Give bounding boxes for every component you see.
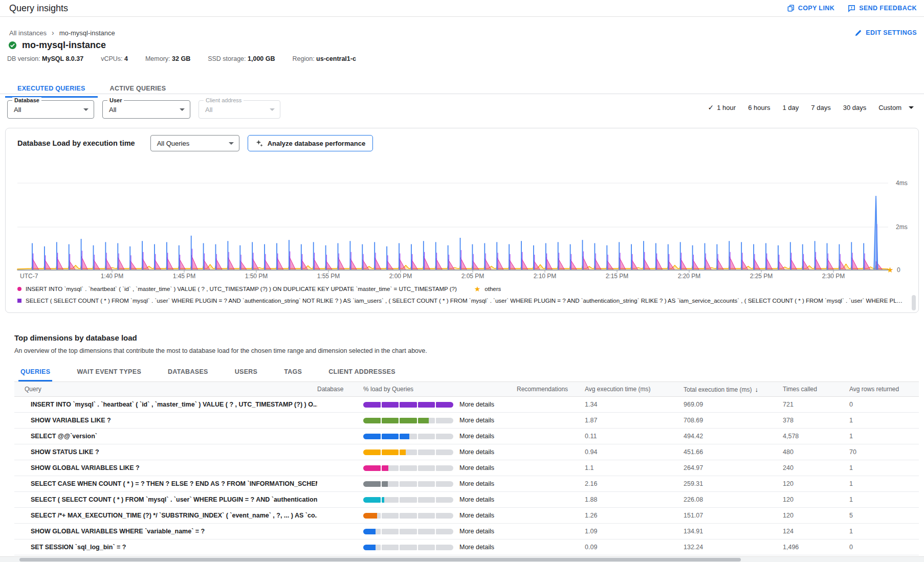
dimension-tab-wait-event-types[interactable]: WAIT EVENT TYPES (75, 364, 143, 381)
avg-execution-time-cell: 0.94 (585, 448, 684, 456)
time-range-30-days[interactable]: 30 days (843, 104, 867, 111)
more-details-link[interactable]: More details (459, 401, 517, 408)
dimension-tab-queries[interactable]: QUERIES (18, 364, 52, 381)
dimension-tab-users[interactable]: USERS (233, 364, 260, 381)
dimension-tab-tags[interactable]: TAGS (282, 364, 304, 381)
client-address-filter-select: Client address All (199, 100, 280, 119)
load-bar-segment (400, 418, 417, 423)
dimension-tab-databases[interactable]: DATABASES (166, 364, 210, 381)
legend-item[interactable]: SELECT ( SELECT COUNT ( * ) FROM `mysql`… (17, 298, 903, 304)
more-details-link[interactable]: More details (459, 512, 517, 519)
copy-link-button[interactable]: COPY LINK (787, 5, 834, 12)
tab-executed-queries[interactable]: EXECUTED QUERIES (5, 80, 98, 98)
avg-rows-returned-cell: 1 (849, 433, 919, 440)
column-header-load[interactable]: % load by Queries (363, 386, 517, 393)
load-bar-segment (363, 402, 381, 408)
column-header-total-execution-time[interactable]: Total execution time (ms)↓ (684, 386, 783, 393)
tab-active-queries[interactable]: ACTIVE QUERIES (98, 80, 179, 98)
database-filter-value: All (14, 106, 79, 114)
load-bar-segment (382, 545, 399, 550)
legend-item-text: others (485, 286, 501, 292)
sparkle-icon (255, 139, 263, 147)
query-text[interactable]: SHOW VARIABLES LIKE ? (14, 417, 317, 424)
time-range-7-days[interactable]: 7 days (811, 104, 830, 111)
instance-name: mo-mysql-instance (22, 40, 106, 51)
horizontal-scrollbar[interactable] (0, 556, 924, 562)
more-details-link[interactable]: More details (459, 544, 517, 551)
client-address-filter-label: Client address (204, 97, 244, 103)
table-row: SELECT CASE WHEN COUNT ( * ) = ? THEN ? … (14, 476, 919, 492)
avg-execution-time-cell: 0.09 (585, 544, 684, 551)
database-load-chart[interactable]: 4ms2ms0★UTC-71:40 PM1:45 PM1:50 PM1:55 P… (6, 154, 918, 282)
load-bar-segment (436, 481, 453, 487)
avg-execution-time-cell: 1.09 (585, 528, 684, 535)
queries-table: QueryDatabase% load by QueriesRecommenda… (14, 381, 919, 555)
analyze-database-performance-button[interactable]: Analyze database performance (248, 135, 373, 151)
dimension-tabs: QUERIESWAIT EVENT TYPESDATABASESUSERSTAG… (18, 364, 398, 381)
query-text[interactable]: SELECT CASE WHEN COUNT ( * ) = ? THEN ? … (14, 480, 317, 487)
query-text[interactable]: SELECT /*+ MAX_EXECUTION_TIME (?) */ `SU… (14, 512, 317, 519)
query-text[interactable]: SET SESSION `sql_log_bin` = ? (14, 544, 317, 551)
column-header-times-called[interactable]: Times called (783, 386, 849, 393)
more-details-link[interactable]: More details (459, 448, 517, 456)
query-text[interactable]: SELECT ( SELECT COUNT ( * ) FROM `mysql`… (14, 496, 317, 503)
legend-scrollbar[interactable] (912, 295, 916, 310)
database-load-card: Database Load by execution time All Quer… (5, 128, 919, 313)
more-details-link[interactable]: More details (459, 417, 517, 424)
time-range-custom[interactable]: Custom (878, 104, 914, 111)
query-text[interactable]: SHOW STATUS LIKE ? (14, 448, 317, 456)
column-header-database[interactable]: Database (317, 386, 363, 393)
table-row: SHOW GLOBAL VARIABLES LIKE ?More details… (14, 460, 919, 476)
top-bar: Query insights COPY LINK SEND FEEDBACK (0, 0, 924, 17)
dimension-tab-client-addresses[interactable]: CLIENT ADDRESSES (326, 364, 398, 381)
user-filter-select[interactable]: User All (102, 100, 190, 119)
avg-rows-returned-cell: 5 (849, 512, 919, 519)
svg-text:2:10 PM: 2:10 PM (534, 273, 557, 280)
load-bar-segment (436, 418, 453, 423)
more-details-link[interactable]: More details (459, 433, 517, 440)
breadcrumb-all-instances[interactable]: All instances (9, 29, 47, 37)
times-called-cell: 120 (783, 512, 849, 519)
send-feedback-button[interactable]: SEND FEEDBACK (848, 5, 917, 12)
query-text[interactable]: INSERT INTO `mysql` . `heartbeat` ( `id`… (14, 401, 317, 408)
column-header-recommendations[interactable]: Recommendations (517, 386, 585, 393)
more-details-link[interactable]: More details (459, 528, 517, 535)
query-scope-select[interactable]: All Queries (150, 135, 239, 151)
time-range-6-hours[interactable]: 6 hours (748, 104, 770, 111)
avg-rows-returned-cell: 1 (849, 417, 919, 424)
avg-execution-time-cell: 1.1 (585, 464, 684, 471)
total-execution-time-cell: 151.07 (684, 512, 783, 519)
table-row: SHOW VARIABLES LIKE ?More details1.87708… (14, 413, 919, 429)
tabs-divider (0, 94, 924, 94)
table-row: SHOW GLOBAL VARIABLES WHERE `variable_na… (14, 524, 919, 539)
legend-item[interactable]: ★others (461, 286, 501, 292)
column-header-query[interactable]: Query (14, 386, 317, 393)
load-bar (363, 434, 459, 439)
instance-title-row: mo-mysql-instance (8, 40, 106, 51)
more-details-link[interactable]: More details (459, 464, 517, 471)
edit-settings-button[interactable]: EDIT SETTINGS (854, 29, 917, 37)
horizontal-scrollbar-thumb[interactable] (19, 558, 741, 561)
instance-meta-item: vCPUs: 4 (101, 55, 128, 62)
load-bar (363, 529, 459, 534)
query-text[interactable]: SHOW GLOBAL VARIABLES WHERE `variable_na… (14, 528, 317, 535)
query-text[interactable]: SHOW GLOBAL VARIABLES LIKE ? (14, 464, 317, 471)
time-range-1-hour[interactable]: ✓1 hour (708, 103, 736, 111)
query-text[interactable]: SELECT @@`version` (14, 433, 317, 440)
more-details-link[interactable]: More details (459, 480, 517, 487)
instance-meta-item: DB version: MySQL 8.0.37 (7, 55, 83, 62)
total-execution-time-cell: 969.09 (684, 401, 783, 408)
more-details-link[interactable]: More details (459, 496, 517, 503)
check-icon: ✓ (708, 103, 714, 111)
table-row: SET SESSION `sql_log_bin` = ?More detail… (14, 539, 919, 555)
load-bar-segment (418, 434, 435, 439)
svg-text:2:05 PM: 2:05 PM (461, 273, 485, 280)
time-range-1-day[interactable]: 1 day (783, 104, 799, 111)
legend-item-text: SELECT ( SELECT COUNT ( * ) FROM `mysql`… (26, 298, 903, 304)
legend-item[interactable]: INSERT INTO `mysql` . `heartbeat` ( `id`… (17, 286, 457, 292)
load-bar-segment (400, 497, 417, 503)
top-dimensions-subtitle: An overview of the top dimensions that c… (14, 347, 427, 354)
database-filter-select[interactable]: Database All (7, 100, 94, 119)
column-header-avg-rows-returned[interactable]: Avg rows returned (849, 386, 919, 393)
column-header-avg-execution-time[interactable]: Avg execution time (ms) (585, 386, 684, 393)
